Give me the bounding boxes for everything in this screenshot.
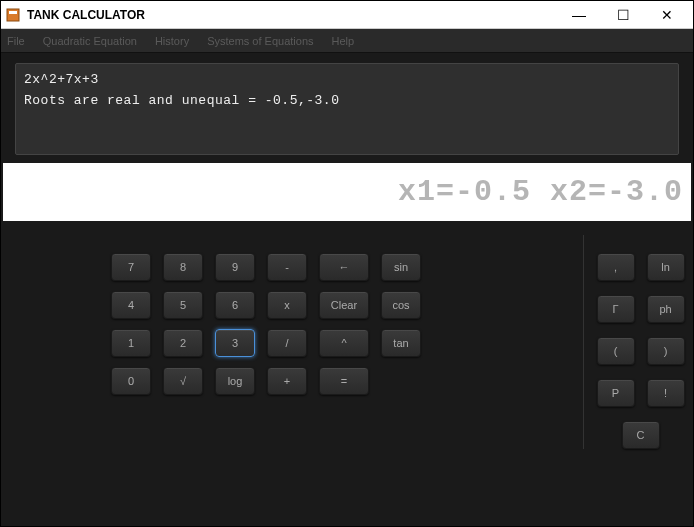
key-cos[interactable]: cos [381,291,421,319]
maximize-button[interactable]: ☐ [601,1,645,29]
key-divide[interactable]: / [267,329,307,357]
key-multiply[interactable]: x [267,291,307,319]
side-keypad: , ln Γ ph ( ) P ! C [583,235,683,449]
key-lparen[interactable]: ( [597,337,635,365]
key-power[interactable]: ^ [319,329,369,357]
key-4[interactable]: 4 [111,291,151,319]
svg-rect-1 [9,11,17,14]
minimize-button[interactable]: — [557,1,601,29]
key-3[interactable]: 3 [215,329,255,357]
key-row: 4 5 6 x Clear cos [111,291,563,319]
close-button[interactable]: ✕ [645,1,689,29]
keypad-area: 7 8 9 - ← sin 4 5 6 x Clear cos 1 2 3 / … [1,221,693,459]
key-row: 0 √ log + = [111,367,563,395]
key-1[interactable]: 1 [111,329,151,357]
key-5[interactable]: 5 [163,291,203,319]
key-2[interactable]: 2 [163,329,203,357]
main-keypad: 7 8 9 - ← sin 4 5 6 x Clear cos 1 2 3 / … [11,235,573,449]
title-bar: TANK CALCULATOR — ☐ ✕ [1,1,693,29]
key-p[interactable]: P [597,379,635,407]
window-title: TANK CALCULATOR [27,8,557,22]
menu-bar: File Quadratic Equation History Systems … [1,29,693,53]
display: x1=-0.5 x2=-3.0 [3,163,691,221]
key-ph[interactable]: ph [647,295,685,323]
history-line: Roots are real and unequal = -0.5,-3.0 [24,91,670,112]
key-tan[interactable]: tan [381,329,421,357]
history-panel: 2x^2+7x+3 Roots are real and unequal = -… [15,63,679,155]
key-ln[interactable]: ln [647,253,685,281]
key-sqrt[interactable]: √ [163,367,203,395]
menu-systems[interactable]: Systems of Equations [207,35,313,47]
key-excl[interactable]: ! [647,379,685,407]
key-9[interactable]: 9 [215,253,255,281]
key-row: 7 8 9 - ← sin [111,253,563,281]
key-7[interactable]: 7 [111,253,151,281]
menu-quadratic[interactable]: Quadratic Equation [43,35,137,47]
key-gamma[interactable]: Γ [597,295,635,323]
key-sin[interactable]: sin [381,253,421,281]
key-comma[interactable]: , [597,253,635,281]
key-6[interactable]: 6 [215,291,255,319]
menu-history[interactable]: History [155,35,189,47]
key-log[interactable]: log [215,367,255,395]
key-clear[interactable]: Clear [319,291,369,319]
key-backspace[interactable]: ← [319,253,369,281]
key-0[interactable]: 0 [111,367,151,395]
display-value: x1=-0.5 x2=-3.0 [398,175,683,209]
key-equals[interactable]: = [319,367,369,395]
app-icon [5,7,21,23]
menu-file[interactable]: File [7,35,25,47]
menu-help[interactable]: Help [332,35,355,47]
key-rparen[interactable]: ) [647,337,685,365]
key-plus[interactable]: + [267,367,307,395]
key-row: 1 2 3 / ^ tan [111,329,563,357]
history-line: 2x^2+7x+3 [24,70,670,91]
svg-rect-0 [7,9,19,21]
key-minus[interactable]: - [267,253,307,281]
window-controls: — ☐ ✕ [557,1,689,29]
key-8[interactable]: 8 [163,253,203,281]
key-c[interactable]: C [622,421,660,449]
